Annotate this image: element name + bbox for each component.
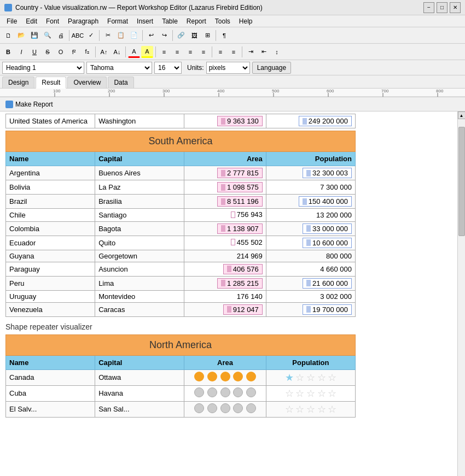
bullet-list-button[interactable]: ≡: [214, 46, 226, 58]
format-button[interactable]: ¶: [218, 30, 230, 42]
scroll-thumb[interactable]: [458, 127, 465, 236]
column-header-row: Name Capital Area Population: [6, 152, 356, 166]
report-icon: [5, 101, 13, 108]
capital-cell: Lima: [95, 276, 184, 290]
image-button[interactable]: 🖼: [188, 30, 200, 42]
pop-box: 32 300 003: [303, 168, 352, 178]
open-button[interactable]: 📂: [15, 30, 27, 42]
menu-table[interactable]: Table: [158, 16, 182, 26]
name-cell: Cuba: [6, 385, 95, 401]
close-button[interactable]: ✕: [450, 2, 461, 13]
area-cell: 455 502: [184, 236, 266, 250]
spell-check-button[interactable]: ABC: [72, 30, 84, 42]
table-button[interactable]: ⊞: [201, 30, 213, 42]
size-select[interactable]: 16: [154, 62, 182, 74]
redo-button[interactable]: ↪: [158, 30, 170, 42]
star-1: ☆: [285, 388, 294, 399]
save-button[interactable]: 💾: [28, 30, 40, 42]
area-cell: 1 285 215: [184, 276, 266, 290]
minimize-button[interactable]: −: [423, 2, 434, 13]
menu-paragraph[interactable]: Paragraph: [63, 16, 103, 26]
units-select[interactable]: pixels: [206, 62, 250, 74]
menu-edit[interactable]: Edit: [21, 16, 42, 26]
capital-cell: Buenos Aires: [95, 166, 184, 180]
outdent-button[interactable]: ⇤: [258, 46, 270, 58]
outline-button[interactable]: O: [55, 46, 67, 58]
menu-bar: File Edit Font Paragraph Format Insert T…: [0, 15, 465, 27]
star-1: ☆: [285, 404, 294, 415]
area-cell: 912 047: [184, 302, 266, 316]
copy-button[interactable]: 📋: [115, 30, 127, 42]
name-cell: Guyana: [6, 250, 95, 262]
align-left-button[interactable]: ≡: [158, 46, 170, 58]
menu-help[interactable]: Help: [235, 16, 257, 26]
tab-result[interactable]: Result: [36, 77, 66, 89]
font-down-button[interactable]: A↓: [111, 46, 123, 58]
italic-button[interactable]: I: [15, 46, 27, 58]
spell-button2[interactable]: ✓: [85, 30, 97, 42]
scroll-content[interactable]: United States of America Washington 9 36…: [0, 111, 457, 476]
font-up-button[interactable]: A↑: [98, 46, 110, 58]
area-no-box: 756 943: [227, 210, 263, 219]
formula2-button[interactable]: f₂: [81, 46, 93, 58]
menu-file[interactable]: File: [2, 16, 21, 26]
make-report-button[interactable]: Make Report: [2, 99, 56, 109]
star-2: ☆: [295, 404, 304, 415]
undo-button[interactable]: ↩: [145, 30, 157, 42]
underline-button[interactable]: U: [28, 46, 40, 58]
row-argentina: Argentina Buenos Aires 2 777 815 32 300 …: [6, 166, 356, 180]
na-col-population: Population: [266, 355, 355, 369]
highlight-button[interactable]: A: [141, 46, 153, 58]
row-el-salvador: El Salv... San Sal... ☆ ☆ ☆ ☆ ☆: [6, 401, 356, 417]
new-button[interactable]: 🗋: [2, 30, 14, 42]
print-preview-button[interactable]: 🔍: [42, 30, 54, 42]
align-right-button[interactable]: ≡: [184, 46, 196, 58]
style-select[interactable]: Heading 1: [2, 62, 84, 74]
font-color-button[interactable]: A: [128, 46, 140, 58]
usa-row: United States of America Washington 9 36…: [6, 114, 356, 128]
row-venezuela: Venezuela Caracas 912 047 19 700 000: [6, 302, 356, 316]
strikethrough-button[interactable]: S: [42, 46, 54, 58]
tab-bar: Design Result Overview Data: [0, 75, 465, 89]
formula-button[interactable]: f²: [68, 46, 80, 58]
menu-report[interactable]: Report: [182, 16, 211, 26]
tab-design[interactable]: Design: [2, 77, 34, 88]
align-center-button[interactable]: ≡: [171, 46, 183, 58]
svg-text:300: 300: [162, 89, 170, 93]
bold-button[interactable]: B: [2, 46, 14, 58]
scroll-up-arrow[interactable]: ▲: [458, 111, 466, 119]
na-col-area: Area: [184, 355, 266, 369]
paste-button[interactable]: 📄: [128, 30, 140, 42]
print-button[interactable]: 🖨: [55, 30, 67, 42]
menu-font[interactable]: Font: [42, 16, 63, 26]
tab-data[interactable]: Data: [108, 77, 133, 88]
menu-format[interactable]: Format: [103, 16, 132, 26]
cut-button[interactable]: ✂: [102, 30, 114, 42]
area-cell: 1 138 907: [184, 221, 266, 236]
maximize-button[interactable]: □: [437, 2, 447, 13]
justify-button[interactable]: ≡: [197, 46, 210, 58]
pop-stars-cell: ★ ☆ ☆ ☆ ☆: [266, 369, 355, 385]
capital-cell: Santiago: [95, 209, 184, 222]
star-5: ☆: [328, 372, 336, 383]
indent-button[interactable]: ⇥: [245, 46, 257, 58]
font-select[interactable]: Tahoma: [86, 62, 152, 74]
area-no-box: 455 502: [227, 238, 263, 246]
pop-cell: 19 700 000: [266, 302, 355, 316]
line-spacing-button[interactable]: ↕: [271, 46, 283, 58]
menu-tools[interactable]: Tools: [211, 16, 235, 26]
num-list-button[interactable]: ≡: [228, 46, 240, 58]
star-4: ☆: [317, 404, 326, 415]
circle-1: [194, 403, 204, 413]
hyperlink-button[interactable]: 🔗: [175, 30, 187, 42]
capital-cell: Brasilia: [95, 195, 184, 209]
title-bar: Country - Value visualization.rw — Repor…: [0, 0, 465, 15]
svg-text:500: 500: [272, 89, 280, 93]
capital-cell: Montevideo: [95, 290, 184, 302]
language-button[interactable]: Language: [252, 62, 291, 74]
tab-overview[interactable]: Overview: [67, 77, 107, 88]
vertical-scrollbar[interactable]: ▲ ▼: [457, 111, 465, 476]
menu-insert[interactable]: Insert: [132, 16, 158, 26]
capital-cell: Bagota: [95, 221, 184, 236]
name-cell: Argentina: [6, 166, 95, 180]
